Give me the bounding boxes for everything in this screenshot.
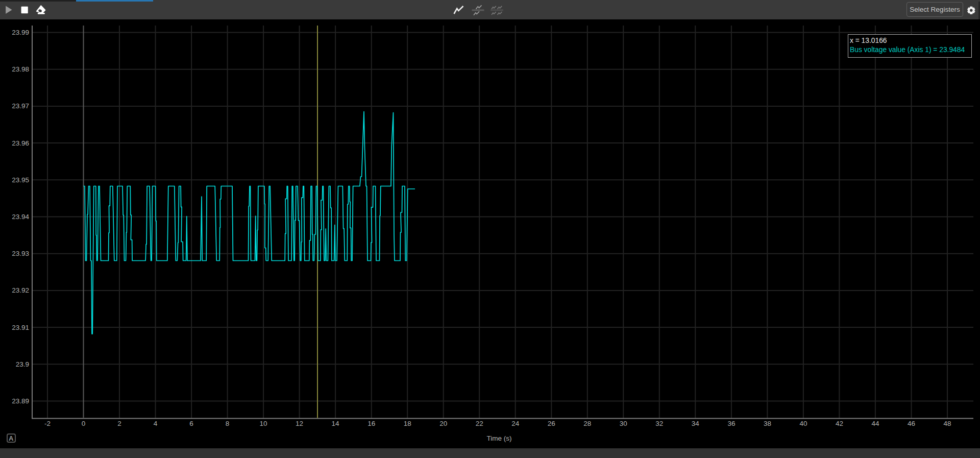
svg-text:22: 22 xyxy=(476,420,483,427)
svg-text:16: 16 xyxy=(368,420,375,427)
svg-text:23.96: 23.96 xyxy=(12,139,29,147)
svg-text:23.99: 23.99 xyxy=(12,29,29,36)
svg-text:20: 20 xyxy=(439,420,447,427)
svg-text:38: 38 xyxy=(764,420,771,427)
svg-text:30: 30 xyxy=(620,420,627,427)
svg-text:23.97: 23.97 xyxy=(12,102,29,110)
svg-text:40: 40 xyxy=(799,420,807,427)
svg-text:Time (s): Time (s) xyxy=(487,435,512,442)
svg-text:-2: -2 xyxy=(44,420,51,427)
svg-text:6: 6 xyxy=(189,420,193,427)
svg-text:14: 14 xyxy=(332,420,340,427)
svg-text:0: 0 xyxy=(82,420,86,427)
svg-text:46: 46 xyxy=(908,420,915,427)
svg-text:34: 34 xyxy=(692,420,700,427)
svg-text:24: 24 xyxy=(511,420,520,427)
svg-text:2: 2 xyxy=(117,420,121,427)
svg-text:48: 48 xyxy=(943,420,951,427)
svg-text:23.98: 23.98 xyxy=(12,65,29,73)
svg-text:23.9: 23.9 xyxy=(16,360,29,368)
svg-text:23.94: 23.94 xyxy=(12,213,29,221)
svg-text:4: 4 xyxy=(154,420,158,427)
svg-text:23.92: 23.92 xyxy=(12,286,29,294)
svg-text:26: 26 xyxy=(548,420,555,427)
svg-text:42: 42 xyxy=(836,420,843,427)
svg-text:12: 12 xyxy=(296,420,303,427)
svg-text:23.93: 23.93 xyxy=(12,250,29,257)
svg-text:32: 32 xyxy=(655,420,663,427)
svg-text:44: 44 xyxy=(871,420,879,427)
svg-text:23.95: 23.95 xyxy=(12,176,29,184)
svg-text:8: 8 xyxy=(226,420,230,427)
svg-text:28: 28 xyxy=(583,420,591,427)
svg-text:36: 36 xyxy=(727,420,735,427)
svg-text:23.91: 23.91 xyxy=(12,324,29,331)
svg-text:10: 10 xyxy=(260,420,267,427)
svg-text:23.89: 23.89 xyxy=(12,397,29,405)
svg-text:18: 18 xyxy=(404,420,411,427)
